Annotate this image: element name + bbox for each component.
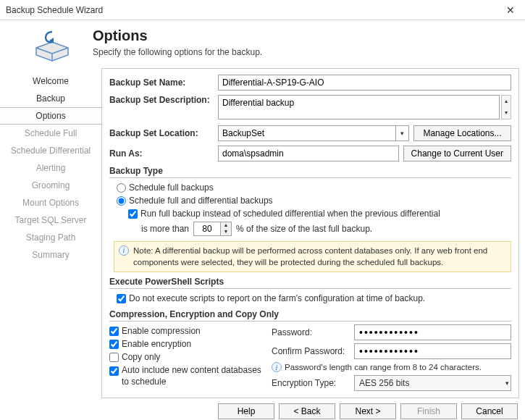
backup-type-section: Backup Type <box>109 166 511 178</box>
backup-set-loc-input[interactable] <box>219 126 395 140</box>
back-button[interactable]: < Back <box>279 403 335 419</box>
page-title: Options <box>93 28 262 44</box>
no-scripts-label: Do not execute scripts to report on the … <box>129 293 425 303</box>
encryption-type-label: Encryption Type: <box>272 378 351 388</box>
help-button[interactable]: Help <box>218 403 274 419</box>
desc-scroll[interactable]: ▴ ▾ <box>501 95 511 119</box>
encryption-label: Enable encryption <box>122 339 191 349</box>
sidebar-item-staging-path: Staging Path <box>0 229 101 246</box>
ps-section: Execute PowerShell Scripts <box>109 277 511 289</box>
compression-label: Enable compression <box>122 326 201 336</box>
backup-set-loc-label: Backup Set Location: <box>109 128 218 138</box>
encryption-type-select[interactable]: AES 256 bits ▾ <box>354 375 511 391</box>
sidebar-item-schedule-differential: Schedule Differential <box>0 142 101 159</box>
manage-locations-button[interactable]: Manage Locations... <box>413 125 511 141</box>
cec-section: Compression, Encryption and Copy Only <box>109 309 511 322</box>
percent-input[interactable] <box>194 222 220 235</box>
confirm-password-input[interactable] <box>354 343 511 359</box>
sidebar-item-welcome[interactable]: Welcome <box>0 72 101 90</box>
finish-button: Finish <box>400 403 457 419</box>
info-icon: i <box>272 362 282 372</box>
spinner-up-icon[interactable]: ▲ <box>221 222 231 229</box>
chevron-down-icon: ▾ <box>505 379 509 387</box>
schedule-diff-radio[interactable] <box>117 196 126 206</box>
page-subtitle: Specify the following options for the ba… <box>93 47 262 57</box>
sidebar-item-alerting: Alerting <box>0 159 101 177</box>
sidebar-item-mount-options: Mount Options <box>0 194 101 211</box>
password-input[interactable] <box>354 324 511 340</box>
password-hint: i Password's length can range from 8 to … <box>272 362 511 372</box>
sidebar-item-backup[interactable]: Backup <box>0 90 101 107</box>
backup-set-name-label: Backup Set Name: <box>109 77 218 88</box>
schedule-diff-label: Schedule full and differential backups <box>129 196 273 206</box>
window-title: Backup Schedule Wizard <box>6 5 103 15</box>
wizard-footer: Help < Back Next > Finish Cancel <box>0 398 525 420</box>
sidebar-item-grooming: Grooming <box>0 177 101 194</box>
wizard-sidebar: Welcome Backup Options Schedule Full Sch… <box>0 68 101 398</box>
close-button[interactable]: ✕ <box>502 3 519 17</box>
scroll-up-icon[interactable]: ▴ <box>502 96 511 107</box>
sidebar-item-target-sql: Target SQL Server <box>0 211 101 229</box>
auto-include-label: Auto include new content databases to sc… <box>122 365 261 387</box>
no-scripts-checkbox[interactable] <box>117 294 126 303</box>
percent-spinner[interactable]: ▲ ▼ <box>193 222 232 236</box>
compression-checkbox[interactable] <box>109 327 119 336</box>
backup-set-name-input[interactable] <box>218 75 511 91</box>
run-as-label: Run As: <box>109 148 218 159</box>
title-bar: Backup Schedule Wizard ✕ <box>0 0 525 20</box>
scroll-down-icon[interactable]: ▾ <box>502 107 511 119</box>
differential-note-text: Note: A differential backup will be perf… <box>133 245 506 268</box>
encryption-checkbox[interactable] <box>109 340 119 349</box>
differential-note: i Note: A differential backup will be pe… <box>114 241 511 272</box>
schedule-full-label: Schedule full backups <box>129 182 214 193</box>
schedule-full-radio[interactable] <box>117 183 126 193</box>
run-full-instead-label: Run full backup instead of scheduled dif… <box>140 209 440 219</box>
spinner-down-icon[interactable]: ▼ <box>221 229 231 235</box>
cancel-button[interactable]: Cancel <box>461 403 518 419</box>
encryption-type-value: AES 256 bits <box>359 378 409 388</box>
run-full-mid2: % of the size of the last full backup. <box>236 224 372 234</box>
copy-only-label: Copy only <box>122 352 160 362</box>
run-full-mid1: is more than <box>141 224 189 234</box>
run-full-instead-checkbox[interactable] <box>128 209 138 219</box>
backup-set-desc-input[interactable]: Differential backup <box>218 95 500 119</box>
backup-set-desc-label: Backup Set Description: <box>109 95 218 105</box>
next-button[interactable]: Next > <box>340 403 396 419</box>
sidebar-item-schedule-full: Schedule Full <box>0 125 101 142</box>
auto-include-checkbox[interactable] <box>109 366 119 376</box>
run-as-input[interactable] <box>218 146 399 161</box>
chevron-down-icon[interactable]: ▾ <box>395 126 408 140</box>
confirm-password-label: Confirm Password: <box>272 346 351 356</box>
backup-box-icon <box>29 28 75 62</box>
backup-set-loc-combo[interactable]: ▾ <box>218 125 409 141</box>
close-icon: ✕ <box>506 4 515 16</box>
sidebar-item-summary: Summary <box>0 246 101 264</box>
change-user-button[interactable]: Change to Current User <box>403 146 511 161</box>
header: Options Specify the following options fo… <box>0 20 525 68</box>
main-panel: Backup Set Name: Backup Set Description:… <box>101 68 519 398</box>
password-label: Password: <box>272 327 351 337</box>
copy-only-checkbox[interactable] <box>109 353 119 362</box>
sidebar-item-options[interactable]: Options <box>0 107 101 125</box>
info-icon: i <box>119 245 129 256</box>
